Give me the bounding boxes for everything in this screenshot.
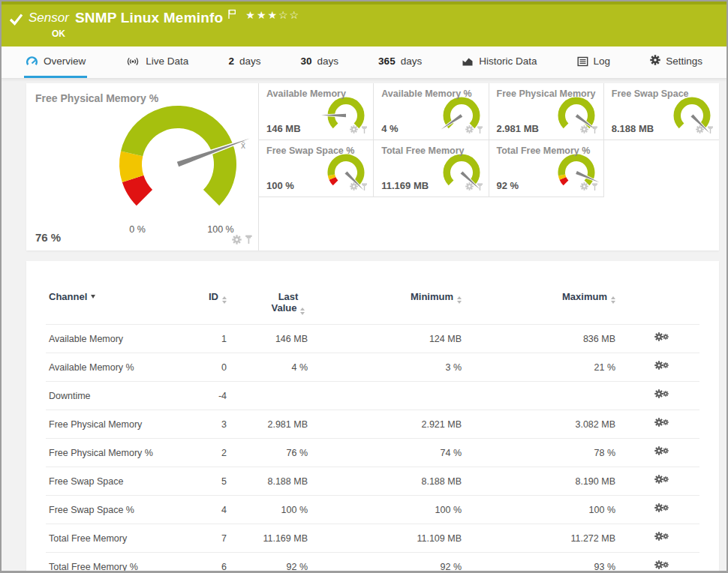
cell-id: -4 xyxy=(188,382,230,410)
gauge-value: 8.188 MB xyxy=(612,123,654,134)
tab-settings[interactable]: Settings xyxy=(648,46,704,78)
gear-icon xyxy=(663,505,669,511)
tab-log[interactable]: Log xyxy=(576,46,612,78)
channel-settings-icon[interactable] xyxy=(654,503,669,514)
tab-historic-data[interactable]: Historic Data xyxy=(460,46,538,78)
cell-last-value: 4 % xyxy=(230,353,311,382)
cell-maximum: 93 % xyxy=(465,553,618,573)
sort-icon xyxy=(457,296,462,304)
channel-settings-icon[interactable] xyxy=(654,389,669,400)
pin-icon xyxy=(477,183,483,191)
channel-row[interactable]: Total Free Memory711.169 MB11.109 MB11.2… xyxy=(46,524,699,553)
gauge-settings-icon[interactable] xyxy=(465,123,474,136)
gauge-settings-icon[interactable] xyxy=(580,180,588,194)
channel-row[interactable]: Total Free Memory %692 %92 %93 % xyxy=(46,553,699,573)
small-gauges-grid: Available Memory146 MBAvailable Memory %… xyxy=(259,83,719,250)
tab-label: Log xyxy=(594,56,611,67)
gear-icon xyxy=(663,533,669,539)
column-header-label: ID xyxy=(209,291,218,302)
gauge-title: Total Free Memory xyxy=(381,146,464,156)
channel-settings-icon[interactable] xyxy=(654,560,669,572)
gauge-settings-icon[interactable] xyxy=(696,123,704,136)
gauge-value: 100 % xyxy=(266,180,294,191)
gauge-settings-icon xyxy=(350,125,358,134)
prtg-sensor-page: Sensor SNMP Linux Meminfo ★★★☆☆ OK Overv… xyxy=(0,0,728,573)
column-header-channel[interactable]: Channel xyxy=(46,290,188,325)
channel-settings-icon[interactable] xyxy=(654,446,669,458)
pin-icon[interactable] xyxy=(361,180,368,194)
cell-id: 4 xyxy=(188,496,230,524)
tab-365-days[interactable]: 365 days xyxy=(377,46,423,78)
cell-minimum: 3 % xyxy=(311,353,465,382)
gauge-settings-icon[interactable] xyxy=(465,180,474,194)
content-area: Free Physical Memory % 0 % 100 % x̄ 76 %… xyxy=(2,79,726,573)
cell-maximum: 78 % xyxy=(465,439,618,467)
gauge-settings-icon[interactable] xyxy=(350,180,358,194)
priority-stars[interactable]: ★★★☆☆ xyxy=(245,9,300,21)
overview-panel: Free Physical Memory % 0 % 100 % x̄ 76 %… xyxy=(26,83,719,250)
cell-channel: Downtime xyxy=(46,382,188,410)
cell-maximum: 836 MB xyxy=(465,325,618,353)
gear-icon xyxy=(650,55,660,68)
channel-row[interactable]: Available Memory1146 MB124 MB836 MB xyxy=(46,325,699,353)
cell-last-value: 11.169 MB xyxy=(230,524,311,553)
cell-actions xyxy=(618,325,699,353)
channel-row[interactable]: Free Swap Space %4100 %100 %100 % xyxy=(46,496,699,524)
channel-settings-icon[interactable] xyxy=(654,418,669,429)
channel-row[interactable]: Downtime-4 xyxy=(46,382,699,410)
pin-icon[interactable] xyxy=(245,234,253,248)
tab-overview[interactable]: Overview xyxy=(24,46,87,78)
column-header-maximum[interactable]: Maximum xyxy=(465,290,618,325)
cell-channel: Free Swap Space xyxy=(46,467,188,496)
pin-icon[interactable] xyxy=(477,123,483,136)
cell-minimum: 11.109 MB xyxy=(311,524,465,553)
column-header-minimum[interactable]: Minimum xyxy=(311,290,465,325)
cell-channel: Available Memory % xyxy=(46,353,188,382)
cell-id: 6 xyxy=(188,553,230,573)
tab-label: days xyxy=(401,56,423,67)
column-header-actions[interactable] xyxy=(618,290,699,325)
channel-row[interactable]: Free Swap Space58.188 MB8.188 MB8.190 MB xyxy=(46,467,699,496)
cell-id: 3 xyxy=(188,410,230,439)
log-icon xyxy=(577,56,588,67)
tab-30-days[interactable]: 30 days xyxy=(299,46,341,78)
sort-icon xyxy=(611,296,615,304)
cell-minimum: 2.921 MB xyxy=(311,410,465,439)
cell-last-value: 92 % xyxy=(230,553,311,573)
column-header-id[interactable]: ID xyxy=(188,290,230,325)
channel-row[interactable]: Available Memory %04 %3 %21 % xyxy=(46,353,699,382)
gauge-tile-total-free-memory: Total Free Memory %92 % xyxy=(489,140,604,197)
pin-icon[interactable] xyxy=(707,123,714,136)
flag-icon[interactable] xyxy=(227,9,236,20)
main-gauge xyxy=(92,89,265,228)
channel-settings-icon[interactable] xyxy=(654,532,669,543)
tab-live-data[interactable]: Live Data xyxy=(124,46,190,78)
gear-icon xyxy=(663,448,669,454)
channel-settings-icon[interactable] xyxy=(654,332,669,344)
pin-icon[interactable] xyxy=(591,123,598,136)
channel-settings-icon[interactable] xyxy=(654,361,669,372)
gauge-min-label: 0 % xyxy=(122,224,152,235)
pin-icon[interactable] xyxy=(361,123,368,136)
gear-icon xyxy=(650,55,660,65)
gauge-tile-available-memory: Available Memory146 MB xyxy=(259,83,374,140)
cell-last-value: 100 % xyxy=(230,496,311,524)
channel-row[interactable]: Free Physical Memory %276 %74 %78 % xyxy=(46,439,699,467)
gauge-settings-icon[interactable] xyxy=(350,123,358,136)
cell-actions xyxy=(618,496,699,524)
cell-maximum: 11.272 MB xyxy=(465,524,618,553)
cell-maximum xyxy=(465,382,618,410)
cell-maximum: 3.082 MB xyxy=(465,410,618,439)
tab-2-days[interactable]: 2 days xyxy=(227,46,262,78)
gauge-title: Free Physical Memory xyxy=(497,88,596,99)
column-header-last-value[interactable]: Last Value xyxy=(230,290,311,325)
gauge-settings-icon[interactable] xyxy=(232,234,242,248)
pin-icon[interactable] xyxy=(477,180,483,194)
channel-settings-icon[interactable] xyxy=(654,475,669,486)
pin-icon[interactable] xyxy=(591,180,598,194)
gauge-settings-icon[interactable] xyxy=(580,123,588,136)
chart-icon xyxy=(462,56,474,67)
broadcast-icon xyxy=(125,56,140,68)
gauge-value: 2.981 MB xyxy=(497,123,539,134)
channel-row[interactable]: Free Physical Memory32.981 MB2.921 MB3.0… xyxy=(46,410,699,439)
